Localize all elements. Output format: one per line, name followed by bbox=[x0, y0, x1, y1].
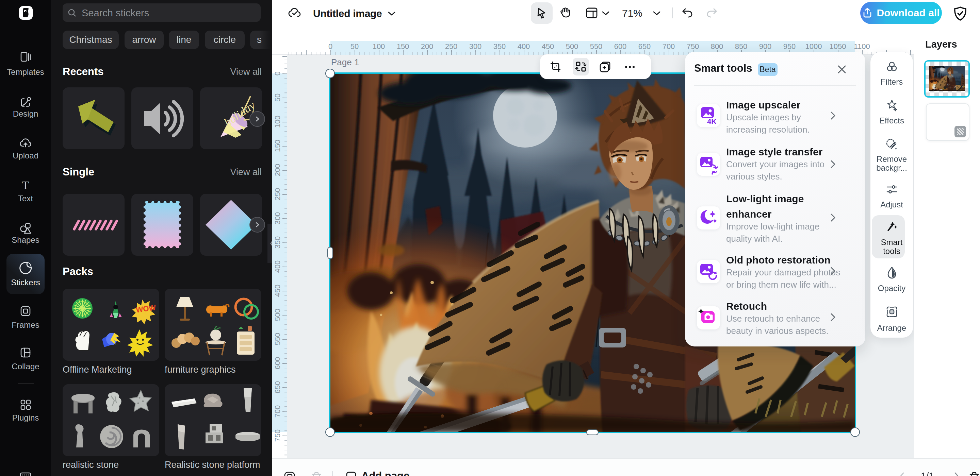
svg-text:4K: 4K bbox=[707, 117, 717, 126]
svg-text:T: T bbox=[22, 179, 29, 191]
